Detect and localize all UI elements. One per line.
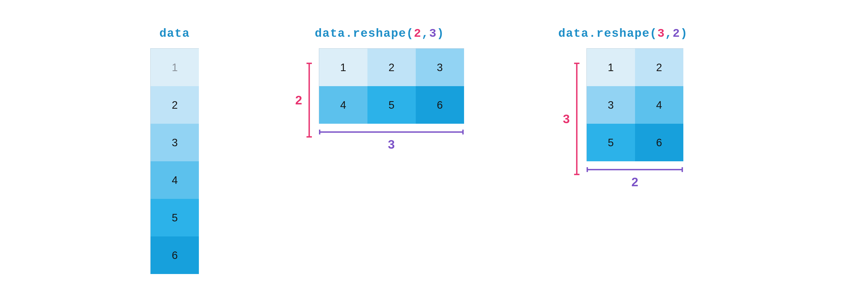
reshape32-grid: 1 2 3 4 5 6 [586, 48, 683, 161]
reshape23-rows-label: 2 [295, 93, 302, 108]
source-cell: 4 [151, 161, 199, 199]
reshape32-cell: 5 [587, 124, 635, 161]
reshape23-rows-bracket: 2 [295, 63, 313, 138]
bracket-icon [586, 166, 683, 173]
reshape23-cell: 2 [367, 49, 416, 86]
source-grid: 1 2 3 4 5 6 [150, 48, 199, 274]
reshape32-cell: 6 [635, 124, 683, 161]
source-cell: 5 [151, 199, 199, 237]
panel-source: data 1 2 3 4 5 6 [150, 27, 199, 274]
reshape23-title: data.reshape(2,3) [315, 27, 444, 40]
reshape23-cell: 4 [319, 86, 367, 124]
reshape32-cols-label: 2 [631, 175, 638, 189]
reshape23-grid: 1 2 3 4 5 6 [319, 48, 464, 124]
source-cell: 6 [151, 237, 199, 274]
reshape32-rows-bracket: 3 [563, 63, 581, 175]
source-cell: 2 [151, 86, 199, 124]
reshape23-cell: 3 [416, 49, 464, 86]
reshape23-cell: 1 [319, 49, 367, 86]
reshape23-cols-bracket: 3 [319, 128, 464, 152]
reshape32-title: data.reshape(3,2) [558, 27, 688, 40]
panel-reshape-2-3: data.reshape(2,3) 2 1 2 3 4 5 6 [295, 27, 464, 152]
panel-reshape-3-2: data.reshape(3,2) 3 1 2 3 4 5 6 [558, 27, 688, 189]
reshape32-cols-bracket: 2 [586, 166, 683, 189]
bracket-icon [319, 128, 464, 135]
reshape23-cell: 5 [367, 86, 416, 124]
source-cell: 3 [151, 124, 199, 161]
reshape23-cell: 6 [416, 86, 464, 124]
reshape32-rows-label: 3 [563, 112, 570, 126]
source-title: data [159, 27, 190, 40]
reshape32-cell: 1 [587, 49, 635, 86]
reshape32-cell: 2 [635, 49, 683, 86]
bracket-icon [573, 63, 581, 175]
reshape23-cols-label: 3 [388, 137, 395, 152]
reshape32-cell: 4 [635, 86, 683, 124]
reshape32-cell: 3 [587, 86, 635, 124]
source-cell: 1 [151, 49, 199, 86]
bracket-icon [305, 63, 313, 138]
